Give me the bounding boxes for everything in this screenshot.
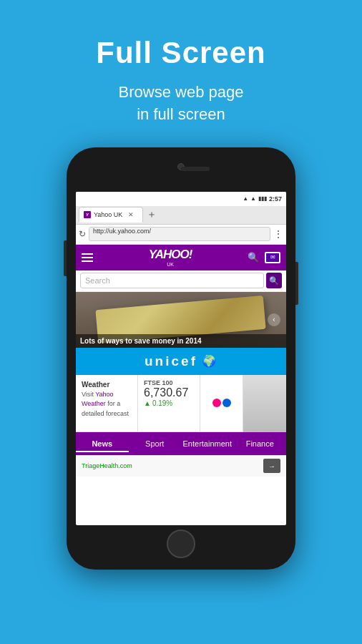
ftse-title: FTSE 100 — [144, 379, 194, 386]
hero-nav-arrow[interactable]: ‹ — [268, 313, 280, 326]
ftse-change: ▲ 0.19% — [144, 399, 194, 407]
weather-title: Weather — [82, 379, 132, 390]
image-thumb — [243, 375, 286, 432]
search-icon[interactable]: 🔍 — [248, 252, 259, 263]
flickr-blue-dot — [222, 399, 231, 407]
tab-sport[interactable]: Sport — [129, 435, 182, 452]
clock: 2:57 — [269, 195, 282, 203]
url-input[interactable]: http://uk.yahoo.com/ — [89, 227, 270, 241]
tab-news[interactable]: News — [76, 435, 129, 452]
flickr-logo — [212, 399, 231, 407]
tab-finance[interactable]: Finance — [234, 435, 287, 452]
wifi-signal-icon: ▲ — [243, 195, 248, 202]
ftse-change-text: 0.19% — [152, 399, 172, 407]
yahoo-logo: YAHOO! UK — [149, 248, 192, 267]
hamburger-menu-icon[interactable] — [82, 253, 93, 262]
nav-tabs: News Sport Entertainment Finance — [76, 432, 286, 455]
close-tab-button[interactable]: ✕ — [128, 211, 134, 218]
yahoo-logo-text: YAHOO! — [149, 248, 192, 262]
unicef-banner[interactable]: unicef 🌍 — [76, 348, 286, 375]
home-button[interactable] — [167, 530, 195, 558]
url-text: http://uk.yahoo.com/ — [93, 228, 151, 235]
yahoo-uk-text: UK — [167, 262, 174, 267]
refresh-icon[interactable]: ↻ — [79, 229, 86, 239]
tab-entertainment[interactable]: Entertainment — [181, 435, 234, 452]
yahoo-header: YAHOO! UK 🔍 ✉ — [76, 245, 286, 270]
address-bar: ↻ http://uk.yahoo.com/ ⋮ — [76, 225, 286, 245]
side-button-volume — [64, 240, 67, 276]
ftse-cell: FTSE 100 6,730.67 ▲ 0.19% — [138, 375, 200, 431]
battery-icon: ▮▮▮ — [258, 195, 267, 202]
phone-outer: ▲ ▲ ▮▮▮ 2:57 Y Yahoo UK ✕ ＋ ↻ http — [67, 147, 295, 570]
ftse-up-icon: ▲ — [144, 399, 151, 407]
side-button-power — [295, 262, 298, 305]
flickr-pink-dot — [212, 399, 221, 407]
browser-menu-icon[interactable]: ⋮ — [273, 229, 283, 239]
tab-bar: Y Yahoo UK ✕ ＋ — [76, 206, 286, 225]
header-icons: 🔍 ✉ — [248, 252, 280, 263]
weather-cell: Weather Visit Yahoo Weather for a detail… — [76, 375, 138, 431]
active-tab[interactable]: Y Yahoo UK ✕ — [79, 207, 143, 223]
info-row: Weather Visit Yahoo Weather for a detail… — [76, 375, 286, 432]
hero-caption: Lots of ways to save money in 2014 — [76, 334, 286, 348]
next-arrow-button[interactable]: → — [263, 459, 280, 473]
phone-screen: ▲ ▲ ▮▮▮ 2:57 Y Yahoo UK ✕ ＋ ↻ http — [76, 192, 286, 525]
unicef-logo-text: unicef — [145, 353, 197, 369]
search-submit-icon: 🔍 — [269, 276, 279, 286]
status-bar: ▲ ▲ ▮▮▮ 2:57 — [76, 192, 286, 206]
yahoo-favicon: Y — [84, 211, 91, 218]
phone-mockup: ▲ ▲ ▮▮▮ 2:57 Y Yahoo UK ✕ ＋ ↻ http — [67, 147, 295, 570]
flickr-cell[interactable] — [200, 375, 243, 431]
sub-title: Browse web pagein full screen — [96, 82, 265, 126]
status-icons: ▲ ▲ ▮▮▮ 2:57 — [243, 195, 282, 203]
weather-text: Visit — [82, 391, 95, 398]
main-title: Full Screen — [96, 36, 265, 70]
unicef-logo-icon: 🌍 — [202, 354, 217, 368]
search-placeholder: Search — [85, 276, 259, 285]
mail-icon[interactable]: ✉ — [265, 252, 280, 263]
bottom-bar-text: TriageHealth.com — [82, 462, 132, 469]
new-tab-button[interactable]: ＋ — [147, 208, 157, 221]
search-submit-button[interactable]: 🔍 — [266, 273, 282, 288]
phone-speaker — [181, 167, 210, 171]
bottom-bar: TriageHealth.com → — [76, 455, 286, 477]
ftse-value: 6,730.67 — [144, 386, 194, 399]
hero-image: Lots of ways to save money in 2014 ‹ — [76, 292, 286, 348]
page-header: Full Screen Browse web pagein full scree… — [96, 36, 265, 126]
weather-desc: Visit Yahoo Weather for a detailed forec… — [82, 390, 132, 419]
tab-label: Yahoo UK — [94, 211, 122, 218]
signal-icon: ▲ — [250, 195, 256, 202]
search-input-wrap[interactable]: Search — [80, 273, 264, 288]
search-bar: Search 🔍 — [76, 270, 286, 292]
